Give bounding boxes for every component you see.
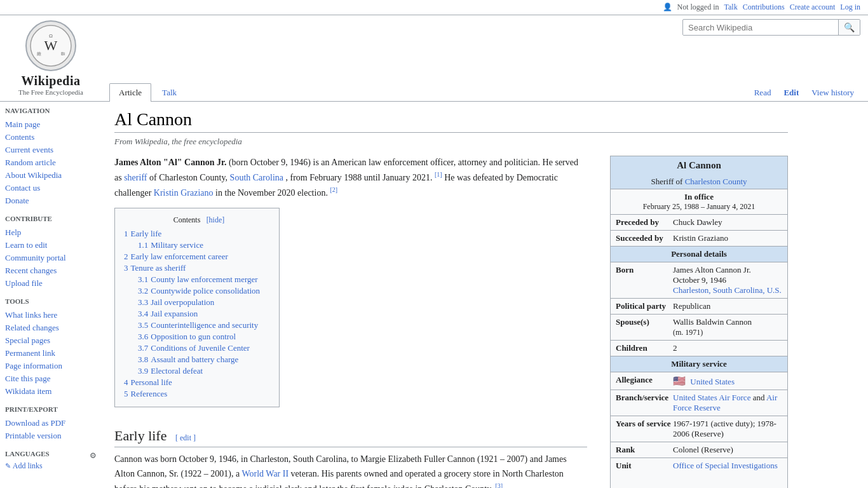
toc-item-3-1: 3.1County law enforcement merger: [124, 274, 270, 285]
toc-link-3-6[interactable]: 3.6Opposition to gun control: [138, 332, 236, 341]
talk-link[interactable]: Talk: [724, 3, 738, 12]
allegiance-link[interactable]: United States: [690, 377, 735, 386]
ref3: [3]: [495, 482, 503, 488]
login-link[interactable]: Log in: [840, 3, 860, 12]
sidebar-item-contact-us[interactable]: Contact us: [5, 182, 97, 194]
tabs-and-search: 🔍 Article Talk Read Edit View history: [102, 15, 868, 101]
sidebar-add-links[interactable]: Add links: [5, 461, 97, 471]
sidebar-item-upload-file[interactable]: Upload file: [5, 277, 97, 290]
sidebar-item-about-wikipedia[interactable]: About Wikipedia: [5, 169, 97, 182]
infobox-years-value: 1967-1971 (active duty); 1978-2006 (Rese…: [673, 419, 782, 439]
languages-settings-icon[interactable]: ⚙: [90, 451, 97, 461]
infobox-preceded-label: Preceded by: [616, 217, 673, 227]
toc-link-3[interactable]: 3Tenure as sheriff: [124, 263, 186, 273]
infobox-branch-label: Branch/service: [616, 393, 673, 403]
toc-link-1[interactable]: 1Early life: [124, 229, 161, 238]
sidebar-item-cite-this-page[interactable]: Cite this page: [5, 372, 97, 385]
toc-item-3-3: 3.3Jail overpopulation: [124, 297, 270, 308]
toc-hide[interactable]: [hide]: [207, 215, 225, 224]
infobox-county-link[interactable]: Charleston County: [685, 177, 747, 186]
sidebar-item-page-information[interactable]: Page information: [5, 360, 97, 372]
infobox-born-label: Born: [616, 265, 673, 275]
tab-talk[interactable]: Talk: [153, 83, 186, 102]
toc-link-3-1[interactable]: 3.1County law enforcement merger: [138, 274, 258, 284]
infobox-spouse-value: Wallis Baldwin Cannon (m. 1971): [673, 317, 782, 337]
sidebar-item-current-events[interactable]: Current events: [5, 144, 97, 156]
toc-link-3-8[interactable]: 3.8Assault and battery charge: [138, 355, 238, 364]
search-button[interactable]: 🔍: [838, 20, 860, 35]
user-icon: 👤: [663, 3, 672, 12]
sidebar-item-recent-changes[interactable]: Recent changes: [5, 264, 97, 277]
toc-link-3-5[interactable]: 3.5Counterintelligence and security: [138, 320, 258, 330]
toc-link-3-2[interactable]: 3.2Countywide police consolidation: [138, 286, 260, 295]
toc-link-1-1[interactable]: 1.1Military service: [138, 240, 203, 250]
sidebar-item-download-pdf[interactable]: Download as PDF: [5, 417, 97, 430]
sidebar-print: Print/export Download as PDF Printable v…: [0, 405, 102, 442]
sidebar-item-contents[interactable]: Contents: [5, 131, 97, 144]
sidebar-item-special-pages[interactable]: Special pages: [5, 334, 97, 347]
sc-link[interactable]: South Carolina: [230, 173, 283, 182]
infobox-years-label: Years of service: [616, 419, 673, 429]
infobox-party-value: Republican: [673, 301, 782, 311]
toc-link-5[interactable]: 5References: [124, 389, 167, 398]
tab-view-history[interactable]: View history: [805, 84, 860, 102]
lead-bold: James Alton "Al" Cannon Jr.: [114, 158, 226, 167]
toc-link-4[interactable]: 4Personal life: [124, 377, 172, 387]
sidebar-tools-title: Tools: [5, 297, 97, 306]
born-place-link[interactable]: Charleston, South Carolina, U.S.: [673, 285, 782, 295]
sidebar-item-permanent-link[interactable]: Permanent link: [5, 347, 97, 360]
article-body: James Alton "Al" Cannon Jr. (born Octobe…: [114, 156, 788, 488]
infobox-born-row: Born James Alton Cannon Jr. October 9, 1…: [611, 262, 787, 298]
sidebar-item-community-portal[interactable]: Community portal: [5, 252, 97, 264]
logo-area: W Ω 維 Вi Wikipedia The Free Encyclopedia: [0, 15, 102, 101]
toc-link-3-9[interactable]: 3.9Electoral defeat: [138, 366, 203, 376]
article-content: Al Cannon From Wikipedia, the free encyc…: [102, 102, 801, 488]
toc-link-2[interactable]: 2Early law enforcement career: [124, 252, 228, 261]
toc-item-3-7: 3.7Conditions of Juvenile Center: [124, 343, 270, 353]
svg-text:維: 維: [36, 51, 41, 56]
wikipedia-logo: W Ω 維 Вi: [25, 20, 76, 71]
sidebar-item-donate[interactable]: Donate: [5, 194, 97, 207]
wwii-link[interactable]: World War II: [241, 469, 288, 478]
toc-item-3-5: 3.5Counterintelligence and security: [124, 320, 270, 330]
sidebar-item-random-article[interactable]: Random article: [5, 156, 97, 169]
lead-paragraph: James Alton "Al" Cannon Jr. (born Octobe…: [114, 156, 587, 200]
kg-link[interactable]: Kristin Graziano: [154, 188, 214, 198]
toc-item-3-2: 3.2Countywide police consolidation: [124, 286, 270, 296]
sheriff-link[interactable]: sheriff: [124, 173, 147, 182]
unit-link[interactable]: Office of Special Investigations: [673, 461, 778, 470]
early-life-paragraph: Cannon was born October 9, 1946, in Char…: [114, 452, 587, 488]
toc-link-3-3[interactable]: 3.3Jail overpopulation: [138, 297, 214, 307]
infobox-branch-value: United States Air Force and Air Force Re…: [673, 393, 782, 413]
from-wikipedia: From Wikipedia, the free encyclopedia: [114, 137, 788, 147]
svg-text:Ω: Ω: [49, 33, 53, 39]
infobox-branch-row: Branch/service United States Air Force a…: [611, 390, 787, 416]
toc-item-3-8: 3.8Assault and battery charge: [124, 355, 270, 365]
infobox-in-office-label: In office: [616, 192, 782, 202]
toc-link-3-4[interactable]: 3.4Jail expansion: [138, 309, 198, 318]
tab-read[interactable]: Read: [748, 84, 778, 102]
sidebar-item-related-changes[interactable]: Related changes: [5, 322, 97, 334]
toc-item-4: 4Personal life: [124, 377, 270, 388]
sidebar-item-help[interactable]: Help: [5, 226, 97, 239]
tab-edit[interactable]: Edit: [777, 84, 805, 102]
create-account-link[interactable]: Create account: [790, 3, 836, 12]
branch-link1[interactable]: United States Air Force: [673, 393, 750, 402]
toc-link-3-7[interactable]: 3.7Conditions of Juvenile Center: [138, 343, 250, 353]
sidebar-item-what-links-here[interactable]: What links here: [5, 309, 97, 322]
tab-article[interactable]: Article: [109, 83, 151, 102]
sidebar-item-learn-to-edit[interactable]: Learn to edit: [5, 239, 97, 252]
sidebar-item-printable-version[interactable]: Printable version: [5, 430, 97, 442]
sidebar-contribute: Contribute Help Learn to edit Community …: [0, 215, 102, 290]
us-flag-icon: 🇺🇸: [673, 376, 686, 386]
search-input[interactable]: [683, 20, 838, 35]
contributions-link[interactable]: Contributions: [743, 3, 785, 12]
top-bar: 👤 Not logged in Talk Contributions Creat…: [0, 0, 868, 15]
sidebar-item-main-page[interactable]: Main page: [5, 118, 97, 131]
infobox-personal-details-header: Personal details: [611, 246, 787, 262]
early-life-edit[interactable]: [ edit ]: [175, 433, 196, 442]
sidebar-item-wikidata-item[interactable]: Wikidata item: [5, 385, 97, 398]
sidebar-languages-title: Languages: [5, 450, 50, 459]
sidebar-tools: Tools What links here Related changes Sp…: [0, 297, 102, 398]
infobox-party-label: Political party: [616, 301, 673, 311]
